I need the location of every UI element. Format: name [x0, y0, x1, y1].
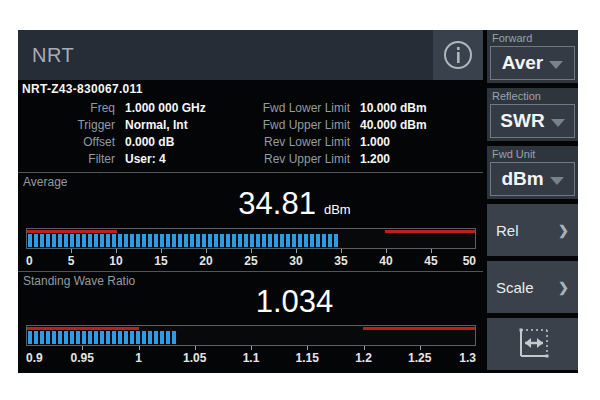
softkey-label: Forward — [492, 32, 532, 44]
info-circle-icon — [442, 39, 474, 71]
settings-table: Freq1.000 000 GHzFwd Lower Limit10.000 d… — [18, 100, 483, 168]
softkey-label: Fwd Unit — [492, 148, 535, 160]
axis-tickmark — [341, 249, 342, 253]
chevron-right-icon: ❯ — [558, 223, 569, 238]
axis-tick-label: 20 — [199, 254, 212, 268]
axis-tickmark — [431, 249, 432, 253]
header-bar: NRT — [18, 30, 483, 80]
setting-label: Offset — [18, 134, 115, 151]
axis-tickmark — [116, 249, 117, 253]
setting-label: Filter — [18, 151, 115, 168]
page: NRT NRT-Z43-830067.011 Freq1.000 000 GHz… — [0, 0, 600, 400]
average-value: 34.81 — [238, 186, 316, 222]
swr-upper-limit-line — [363, 327, 475, 330]
dropdown-value-box[interactable]: Aver — [490, 46, 575, 80]
sensor-id: NRT-Z43-830067.011 — [22, 82, 143, 96]
axis-tickmark — [161, 249, 162, 253]
average-upper-limit-line — [385, 230, 475, 233]
auto-scale-button[interactable] — [487, 318, 578, 370]
average-axis: 05101520253035404550 — [26, 254, 476, 269]
axis-tickmark — [307, 346, 308, 350]
axis-tick-label: 45 — [424, 254, 437, 268]
rel-button[interactable]: Rel❯ — [487, 204, 578, 256]
swr-lower-limit-line — [27, 327, 139, 330]
setting-value: 40.000 dBm — [360, 117, 427, 134]
axis-tick-label: 35 — [334, 254, 347, 268]
setting-value: Normal, Int — [125, 117, 253, 134]
axis-tickmark — [420, 346, 421, 350]
auto-scale-span-icon — [513, 326, 553, 362]
swr-gauge — [26, 325, 476, 346]
axis-tick-label: 30 — [289, 254, 302, 268]
axis-tickmark — [206, 249, 207, 253]
swr-value: 1.034 — [256, 284, 334, 320]
setting-value: 1.000 000 GHz — [125, 100, 253, 117]
scale-button[interactable]: Scale❯ — [487, 261, 578, 313]
nrt-instrument-screen: NRT NRT-Z43-830067.011 Freq1.000 000 GHz… — [18, 30, 578, 373]
settings-row: TriggerNormal, IntFwd Upper Limit40.000 … — [18, 117, 483, 134]
axis-tickmark — [251, 346, 252, 350]
softkey-label: Reflection — [492, 90, 541, 102]
forward-dropdown[interactable]: ForwardAver — [487, 30, 578, 83]
axis-tick-label: 50 — [463, 254, 476, 268]
axis-tickmark — [139, 346, 140, 350]
setting-label: Trigger — [18, 117, 115, 134]
setting-value: User: 4 — [125, 151, 253, 168]
axis-tick-label: 1.15 — [296, 351, 319, 365]
separator — [18, 172, 483, 173]
axis-tick-label: 1 — [135, 351, 142, 365]
average-section-label: Average — [23, 175, 67, 189]
reflection-dropdown[interactable]: ReflectionSWR — [487, 88, 578, 141]
fwd-unit-dropdown[interactable]: Fwd UnitdBm — [487, 146, 578, 199]
axis-tick-label: 1.1 — [243, 351, 260, 365]
info-button[interactable] — [433, 30, 483, 80]
axis-tick-label: 40 — [379, 254, 392, 268]
setting-label: Rev Upper Limit — [253, 151, 350, 168]
average-value-bar — [28, 234, 340, 247]
setting-label: Rev Lower Limit — [253, 134, 350, 151]
dropdown-selected-value: SWR — [500, 110, 544, 132]
settings-row: FilterUser: 4Rev Upper Limit1.200 — [18, 151, 483, 168]
setting-label: Fwd Lower Limit — [253, 100, 350, 117]
axis-tick-label: 1.05 — [183, 351, 206, 365]
softkey-label: Rel — [496, 222, 519, 239]
axis-tickmark — [251, 249, 252, 253]
dropdown-selected-value: Aver — [502, 52, 544, 74]
axis-tick-label: 5 — [68, 254, 75, 268]
app-title: NRT — [18, 44, 74, 67]
setting-label: Freq — [18, 100, 115, 117]
dropdown-value-box[interactable]: SWR — [490, 104, 575, 138]
setting-value: 0.000 dB — [125, 134, 253, 151]
dropdown-value-box[interactable]: dBm — [490, 162, 575, 196]
main-display: NRT NRT-Z43-830067.011 Freq1.000 000 GHz… — [18, 30, 483, 373]
axis-tickmark — [364, 346, 365, 350]
chevron-down-icon — [551, 119, 565, 127]
average-unit: dBm — [324, 202, 351, 217]
swr-value-row: 1.034 — [62, 284, 527, 320]
axis-tick-label: 1.25 — [408, 351, 431, 365]
average-value-row: 34.81 dBm — [62, 186, 527, 222]
axis-tickmark — [296, 249, 297, 253]
setting-value: 1.000 — [360, 134, 390, 151]
axis-tick-label: 1.2 — [355, 351, 372, 365]
axis-tickmark — [386, 249, 387, 253]
dropdown-selected-value: dBm — [501, 168, 543, 190]
setting-value: 1.200 — [360, 151, 390, 168]
axis-tick-label: 0.9 — [26, 351, 43, 365]
setting-label: Fwd Upper Limit — [253, 117, 350, 134]
separator — [18, 271, 483, 272]
axis-tickmark — [71, 249, 72, 253]
average-lower-limit-line — [27, 230, 117, 233]
settings-row: Freq1.000 000 GHzFwd Lower Limit10.000 d… — [18, 100, 483, 117]
swr-value-bar — [28, 331, 178, 344]
average-gauge — [26, 228, 476, 249]
axis-tick-label: 0 — [26, 254, 33, 268]
swr-axis: 0.90.9511.051.11.151.21.251.3 — [26, 351, 476, 366]
axis-tickmark — [195, 346, 196, 350]
chevron-right-icon: ❯ — [558, 280, 569, 295]
softkey-label: Scale — [496, 279, 534, 296]
chevron-down-icon — [550, 177, 564, 185]
axis-tick-label: 10 — [109, 254, 122, 268]
axis-tickmark — [82, 346, 83, 350]
axis-tick-label: 15 — [154, 254, 167, 268]
